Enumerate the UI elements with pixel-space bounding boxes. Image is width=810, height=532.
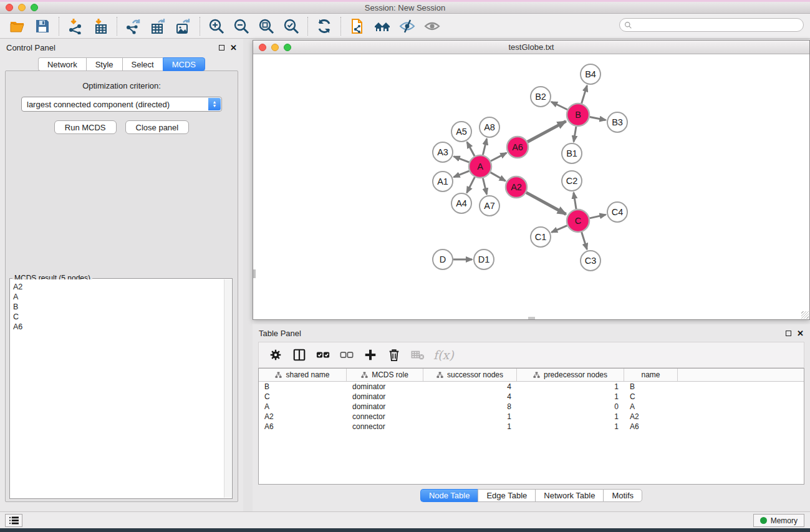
edge-A2-C[interactable] bbox=[526, 193, 566, 215]
refresh-icon[interactable] bbox=[312, 16, 337, 37]
column-header-MCDS-role[interactable]: MCDS role bbox=[347, 369, 423, 381]
network-graph[interactable]: B4B2BB3A5A8A6A3B1AC2A1A2A4A7C4CC1DD1C3 bbox=[253, 54, 809, 319]
export-image-icon[interactable] bbox=[171, 16, 196, 37]
tab-select[interactable]: Select bbox=[122, 57, 163, 71]
node-C4[interactable]: C4 bbox=[607, 202, 627, 222]
edge-B-B4[interactable] bbox=[582, 85, 587, 104]
import-table-icon[interactable] bbox=[88, 16, 113, 37]
node-A6[interactable]: A6 bbox=[507, 137, 528, 158]
task-history-button[interactable] bbox=[5, 514, 22, 527]
split-table-icon[interactable] bbox=[287, 344, 311, 365]
node-D1[interactable]: D1 bbox=[474, 249, 494, 269]
column-header-successor-nodes[interactable]: successor nodes bbox=[423, 369, 517, 381]
node-C3[interactable]: C3 bbox=[581, 251, 600, 271]
select-all-icon[interactable] bbox=[311, 344, 335, 365]
function-builder-button[interactable]: f(x) bbox=[433, 348, 454, 362]
edge-A-A3[interactable] bbox=[454, 157, 470, 162]
node-B1[interactable]: B1 bbox=[562, 143, 582, 163]
result-item[interactable]: A bbox=[13, 292, 224, 302]
float-panel-icon[interactable] bbox=[219, 45, 224, 51]
show-eye-icon[interactable] bbox=[420, 16, 445, 37]
result-scrollbar[interactable] bbox=[224, 279, 231, 498]
node-D[interactable]: D bbox=[433, 249, 453, 269]
zoom-fit-icon[interactable] bbox=[254, 16, 279, 37]
close-window-button[interactable] bbox=[6, 4, 13, 11]
hide-eye-icon[interactable] bbox=[395, 16, 420, 37]
run-mcds-button[interactable]: Run MCDS bbox=[54, 120, 117, 134]
edge-C-C2[interactable] bbox=[574, 193, 576, 209]
node-A7[interactable]: A7 bbox=[480, 196, 499, 216]
edge-A6-B[interactable] bbox=[528, 121, 566, 142]
table-row[interactable]: Bdominator41B bbox=[259, 382, 804, 392]
edge-C-C3[interactable] bbox=[582, 232, 587, 249]
edge-A-A1[interactable] bbox=[454, 171, 470, 177]
gear-icon[interactable] bbox=[264, 344, 287, 365]
zoom-window-button[interactable] bbox=[31, 4, 38, 11]
search-box[interactable] bbox=[619, 18, 804, 32]
node-A8[interactable]: A8 bbox=[480, 117, 499, 137]
resize-grip[interactable] bbox=[801, 311, 809, 319]
edge-B-B2[interactable] bbox=[551, 102, 567, 109]
network-close-button[interactable] bbox=[259, 44, 266, 51]
network-minimize-button[interactable] bbox=[271, 44, 279, 51]
tab-edge-table[interactable]: Edge Table bbox=[478, 489, 535, 502]
node-C2[interactable]: C2 bbox=[562, 171, 582, 191]
search-input[interactable] bbox=[635, 21, 803, 29]
horizontal-scroll-nub[interactable] bbox=[528, 317, 535, 319]
table-row[interactable]: Adominator80A bbox=[259, 402, 804, 412]
node-B4[interactable]: B4 bbox=[581, 64, 600, 84]
tab-motifs[interactable]: Motifs bbox=[603, 489, 642, 502]
import-network-icon[interactable] bbox=[63, 16, 88, 37]
node-B[interactable]: B bbox=[567, 104, 589, 126]
add-column-icon[interactable] bbox=[359, 344, 382, 365]
export-network-icon[interactable] bbox=[121, 16, 146, 37]
edge-C-C1[interactable] bbox=[551, 226, 567, 233]
node-A3[interactable]: A3 bbox=[433, 142, 453, 162]
column-header-name[interactable]: name bbox=[624, 369, 678, 381]
node-B2[interactable]: B2 bbox=[531, 87, 551, 107]
tab-network[interactable]: Network bbox=[38, 57, 86, 71]
minimize-window-button[interactable] bbox=[18, 4, 26, 11]
node-C[interactable]: C bbox=[567, 210, 589, 232]
edge-C-C4[interactable] bbox=[590, 215, 606, 218]
result-item[interactable]: A2 bbox=[13, 282, 224, 292]
criterion-dropdown[interactable]: largest connected component (directed) ▲… bbox=[21, 97, 222, 112]
new-network-file-icon[interactable] bbox=[345, 16, 370, 37]
node-A[interactable]: A bbox=[469, 155, 491, 178]
result-item[interactable]: C bbox=[13, 312, 224, 322]
home-icon[interactable] bbox=[370, 16, 395, 37]
network-canvas[interactable]: B4B2BB3A5A8A6A3B1AC2A1A2A4A7C4CC1DD1C3 bbox=[253, 54, 809, 319]
close-panel-icon[interactable]: ✕ bbox=[230, 45, 237, 51]
network-zoom-button[interactable] bbox=[284, 44, 291, 51]
tab-style[interactable]: Style bbox=[86, 57, 122, 71]
deselect-all-icon[interactable] bbox=[335, 344, 359, 365]
table-close-icon[interactable]: ✕ bbox=[797, 331, 804, 336]
table-row[interactable]: A2connector11A2 bbox=[259, 412, 804, 422]
node-A5[interactable]: A5 bbox=[451, 122, 471, 142]
panel-divider[interactable] bbox=[243, 39, 253, 511]
vertical-scroll-nub[interactable] bbox=[253, 269, 256, 278]
zoom-selected-icon[interactable] bbox=[279, 16, 304, 37]
table-row[interactable]: A6connector11A6 bbox=[259, 422, 804, 432]
edge-A-A5[interactable] bbox=[467, 142, 475, 157]
open-session-folder-icon[interactable] bbox=[5, 16, 30, 37]
result-item[interactable]: A6 bbox=[13, 322, 224, 332]
table-float-icon[interactable] bbox=[786, 331, 791, 336]
edge-A-A4[interactable] bbox=[467, 177, 475, 193]
edge-A-A8[interactable] bbox=[483, 138, 486, 155]
network-window-titlebar[interactable]: testGlobe.txt bbox=[253, 41, 809, 54]
node-C1[interactable]: C1 bbox=[531, 227, 551, 247]
zoom-in-icon[interactable] bbox=[204, 16, 229, 37]
memory-button[interactable]: Memory bbox=[753, 514, 804, 527]
node-B3[interactable]: B3 bbox=[607, 112, 627, 132]
delete-column-icon[interactable] bbox=[382, 344, 406, 365]
result-item[interactable]: B bbox=[13, 302, 224, 312]
tab-mcds[interactable]: MCDS bbox=[163, 57, 205, 71]
tab-node-table[interactable]: Node Table bbox=[420, 489, 478, 502]
close-panel-button[interactable]: Close panel bbox=[125, 120, 190, 134]
table-row[interactable]: Cdominator41C bbox=[259, 392, 804, 402]
node-A1[interactable]: A1 bbox=[433, 172, 453, 191]
export-table-icon[interactable] bbox=[146, 16, 171, 37]
edge-A-A7[interactable] bbox=[483, 178, 486, 194]
tab-network-table[interactable]: Network Table bbox=[535, 489, 603, 502]
